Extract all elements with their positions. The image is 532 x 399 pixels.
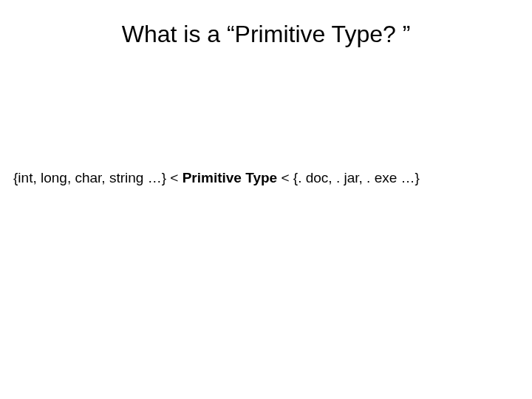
- body-emphasis: Primitive Type: [183, 170, 277, 185]
- body-right-set: < {. doc, . jar, . exe …}: [277, 170, 420, 185]
- slide-body-line: {int, long, char, string …} < Primitive …: [7, 170, 525, 186]
- body-left-set: {int, long, char, string …} <: [13, 170, 183, 185]
- slide-title: What is a “Primitive Type? ”: [37, 21, 495, 48]
- slide-container: What is a “Primitive Type? ” {int, long,…: [0, 0, 532, 399]
